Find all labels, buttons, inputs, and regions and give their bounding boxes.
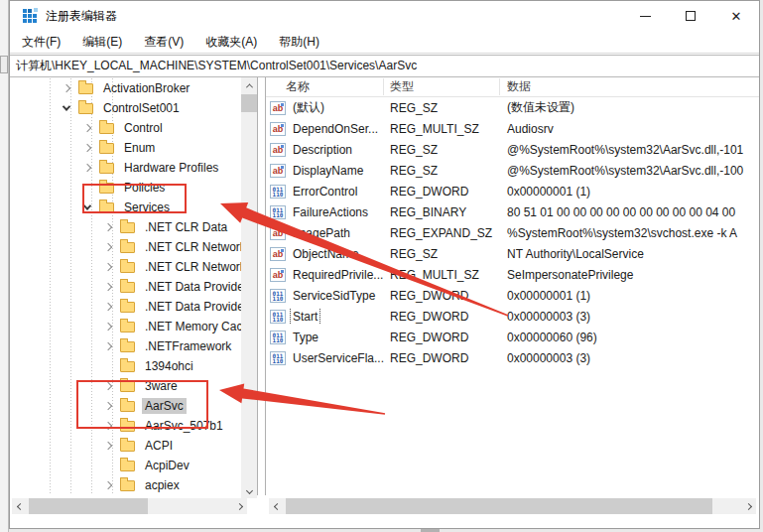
tree-item-control[interactable]: Control [10,118,241,138]
chevron-right-icon[interactable] [104,422,112,430]
value-row-errorcontrol[interactable]: 011110ErrorControlREG_DWORD0x00000001 (1… [266,181,759,201]
scroll-down-icon[interactable] [241,482,257,498]
chevron-right-icon[interactable] [104,402,112,410]
value-row-start[interactable]: 011110StartREG_DWORD0x00000003 (3) [266,306,759,327]
folder-icon [99,183,114,194]
menu-view[interactable]: 查看(V) [144,34,184,51]
tree-item-aarsvc-507b1[interactable]: AarSvc_507b1 [10,416,241,436]
tree-item-activationbroker[interactable]: ActivationBroker [10,78,241,98]
value-data: 0x00000003 (3) [500,351,759,365]
value-data: 0x00000003 (3) [500,310,759,324]
list-horizontal-scrollbar[interactable] [269,498,756,514]
tree-item-net-clr-networking[interactable]: .NET CLR Networki [10,237,241,257]
binary-value-icon: 011110 [270,205,286,219]
tree-item-net-memory-cache[interactable]: .NET Memory Cach [10,317,241,336]
tree-vertical-scrollbar[interactable] [241,77,257,498]
value-type: REG_SZ [384,247,500,261]
menu-favorites[interactable]: 收藏夹(A) [205,34,257,51]
minimize-button[interactable] [622,1,668,31]
column-header-type[interactable]: 类型 [384,78,500,95]
value-type: REG_BINARY [384,205,500,219]
maximize-button[interactable] [668,1,713,31]
value-row-dependonservice[interactable]: abDependOnSer...REG_MULTI_SZAudiosrv [266,118,759,139]
folder-icon [120,401,135,412]
tree-item-label: .NET Memory Cach [142,319,241,334]
tree-item-label: Hardware Profiles [121,160,221,176]
chevron-right-icon[interactable] [63,84,70,92]
minimize-icon [640,16,651,17]
chevron-right-icon[interactable] [104,323,112,331]
value-data: 0x00000001 (1) [500,185,759,199]
scroll-right-icon[interactable] [740,498,756,514]
chevron-right-icon[interactable] [83,164,91,172]
value-row-default[interactable]: ab(默认)REG_SZ(数值未设置) [266,97,759,118]
tree-item-acpiex[interactable]: acpiex [10,475,241,495]
value-row-userserviceflags[interactable]: 011110UserServiceFla...REG_DWORD0x000000… [266,347,759,368]
chevron-right-icon[interactable] [104,243,112,251]
value-row-servicesidtype[interactable]: 011110ServiceSidTypeREG_DWORD0x00000001 … [266,285,759,306]
chevron-right-icon[interactable] [104,263,112,271]
close-button[interactable]: ✕ [713,1,759,31]
chevron-right-icon[interactable] [104,481,112,489]
tree-item-3ware[interactable]: 3ware [10,376,241,396]
chevron-down-icon[interactable] [63,102,70,110]
scroll-left-icon[interactable] [269,498,285,514]
tree-item-controlset001[interactable]: ControlSet001 [10,98,241,118]
chevron-right-icon[interactable] [104,442,112,450]
tree-item-hardware-profiles[interactable]: Hardware Profiles [10,158,241,178]
tree-item-net-data-provider[interactable]: .NET Data Provider [10,277,241,297]
tree-item-label: Policies [121,180,168,196]
value-row-type[interactable]: 011110TypeREG_DWORD0x00000060 (96) [266,327,759,347]
tree-hscroll-thumb[interactable] [29,498,148,514]
tree-item-net-clr-data[interactable]: .NET CLR Data [10,217,241,237]
scroll-up-icon[interactable] [241,77,257,93]
value-row-imagepath[interactable]: abImagePathREG_EXPAND_SZ%SystemRoot%\sys… [266,222,759,243]
folder-icon [120,480,135,491]
tree-item-label: .NET Data Provider [142,299,241,315]
value-name: DependOnSer... [291,121,380,137]
tree-item-netframework[interactable]: .NETFramework [10,336,241,356]
folder-icon [120,361,135,372]
address-bar[interactable]: 计算机\HKEY_LOCAL_MACHINE\SYSTEM\ControlSet… [10,55,759,77]
menu-help[interactable]: 帮助(H) [279,34,319,51]
tree-horizontal-scrollbar[interactable] [12,498,247,514]
value-row-objectname[interactable]: abObjectNameREG_SZNT Authority\LocalServ… [266,243,759,264]
value-data: NT Authority\LocalService [500,247,759,261]
menu-file[interactable]: 文件(F) [22,34,61,51]
chevron-right-icon[interactable] [83,144,91,152]
list-header: 名称 类型 数据 [266,77,759,97]
tree-item-acpi[interactable]: ACPI [10,436,241,456]
tree-vscroll-thumb[interactable] [241,94,257,112]
titlebar[interactable]: 注册表编辑器 ✕ [10,1,759,31]
chevron-right-icon[interactable] [104,223,112,231]
chevron-right-icon[interactable] [104,303,112,311]
tree-item-policies[interactable]: Policies [10,178,241,198]
value-row-description[interactable]: abDescriptionREG_SZ@%SystemRoot%\system3… [266,139,759,160]
tree-item-net-data-provider-2[interactable]: .NET Data Provider [10,297,241,317]
tree-item-1394ohci[interactable]: 1394ohci [10,356,241,376]
chevron-right-icon[interactable] [104,382,112,390]
chevron-right-icon[interactable] [104,283,112,291]
column-header-name[interactable]: 名称 [266,78,384,95]
scroll-right-icon[interactable] [231,498,247,514]
tree-item-enum[interactable]: Enum [10,138,241,158]
tree-item-net-clr-networking-2[interactable]: .NET CLR Networki [10,257,241,277]
folder-icon [120,282,135,293]
tree-item-aarsvc[interactable]: AarSvc [10,396,241,416]
value-type: REG_DWORD [384,310,500,324]
column-header-data[interactable]: 数据 [500,78,759,95]
value-name: Start [291,309,319,325]
value-row-failureactions[interactable]: 011110FailureActionsREG_BINARY80 51 01 0… [266,201,759,222]
value-row-displayname[interactable]: abDisplayNameREG_SZ@%SystemRoot%\system3… [266,160,759,181]
chevron-right-icon[interactable] [83,124,91,132]
list-hscroll-thumb[interactable] [286,498,712,514]
folder-icon [78,83,93,94]
menu-edit[interactable]: 编辑(E) [82,34,122,51]
tree-item-acpidev[interactable]: AcpiDev [10,456,241,475]
binary-value-icon: 011110 [270,351,286,365]
scroll-left-icon[interactable] [12,498,28,514]
tree-item-services[interactable]: Services [10,198,241,217]
chevron-down-icon[interactable] [83,201,91,209]
chevron-right-icon[interactable] [104,342,112,350]
value-row-requiredprivileges[interactable]: abRequiredPrivile...REG_MULTI_SZSeImpers… [266,264,759,285]
